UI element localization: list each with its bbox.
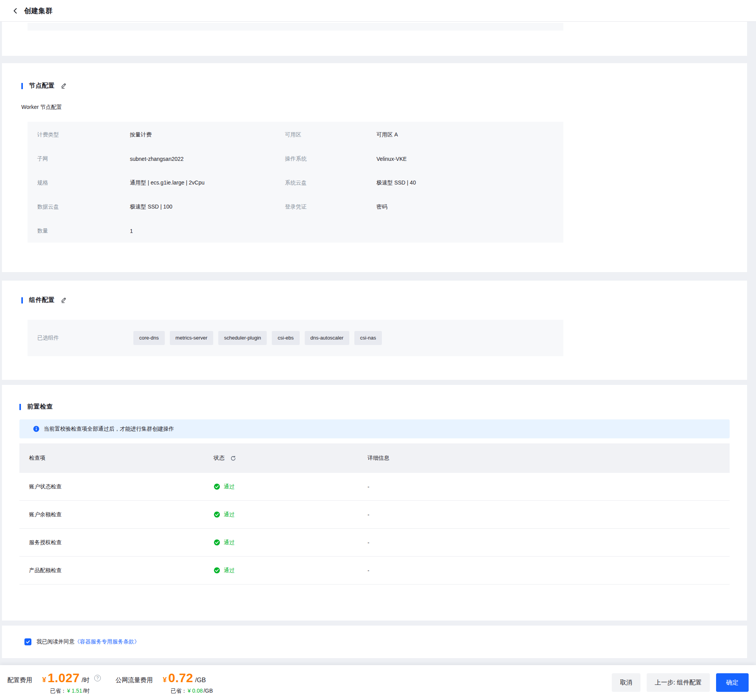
- agreement-text: 我已阅读并同意: [36, 638, 74, 645]
- column-detail: 详细信息: [368, 455, 730, 462]
- config-row: 数量 1: [37, 219, 563, 243]
- component-config-title-row: 组件配置: [21, 296, 728, 304]
- field-label: 计费类型: [37, 131, 130, 138]
- precheck-row: 服务授权检查 通过 -: [19, 529, 730, 557]
- check-status: 通过: [224, 539, 235, 546]
- footer-bar: 配置费用 ¥ 1.027 /时 ? 已省：¥ 1.51/时 公网流量费用 ¥ 0…: [0, 665, 756, 700]
- component-tags: core-dns metrics-server scheduler-plugin…: [133, 331, 382, 345]
- precheck-table: 检查项 状态 详细信息 账户状态检查 通过 -: [19, 443, 730, 584]
- field-label: 操作系统: [285, 155, 376, 162]
- field-label: 子网: [37, 155, 130, 162]
- footer-actions: 取消 上一步: 组件配置 确定: [612, 673, 749, 692]
- check-status: 通过: [224, 483, 235, 490]
- saved-amount: ¥ 0.08: [188, 688, 203, 694]
- field-value: 可用区 A: [376, 131, 563, 138]
- confirm-button[interactable]: 确定: [716, 673, 749, 692]
- check-detail: -: [368, 512, 730, 518]
- component-tag: core-dns: [133, 331, 165, 345]
- terms-link[interactable]: 《容器服务专用服务条款》: [74, 638, 140, 645]
- traffic-fee-label: 公网流量费用: [116, 676, 153, 684]
- check-item-name: 服务授权检查: [29, 539, 214, 546]
- page-title: 创建集群: [24, 6, 53, 16]
- check-detail: -: [368, 484, 730, 490]
- info-icon: [33, 426, 40, 432]
- config-fee-unit: /时: [82, 676, 90, 684]
- precheck-row: 产品配额检查 通过 -: [19, 557, 730, 584]
- page-header: 创建集群: [0, 0, 756, 22]
- saved-prefix: 已省：: [171, 688, 187, 694]
- refresh-icon[interactable]: [230, 455, 236, 461]
- card-previous-section-partial: [2, 22, 747, 56]
- back-icon[interactable]: [12, 7, 19, 15]
- precheck-title-row: 前置检查: [19, 403, 730, 411]
- checkmark-icon: [26, 640, 30, 644]
- config-row: 子网 subnet-zhangsan2022 操作系统 Velinux-VKE: [37, 147, 563, 171]
- field-value: subnet-zhangsan2022: [130, 156, 285, 162]
- section-accent-bar: [19, 404, 21, 410]
- worker-config-subtitle: Worker 节点配置: [21, 104, 728, 111]
- check-circle-icon: [214, 539, 220, 546]
- agreement-checkbox[interactable]: [24, 638, 31, 645]
- precheck-notice-banner: 当前置校验检查项全部通过后，才能进行集群创建操作: [19, 419, 730, 438]
- fee-summary: 配置费用 ¥ 1.027 /时 ? 已省：¥ 1.51/时 公网流量费用 ¥ 0…: [7, 671, 213, 695]
- saved-unit: /GB: [204, 688, 213, 694]
- field-label: 系统云盘: [285, 179, 376, 186]
- component-tag: scheduler-plugin: [218, 331, 267, 345]
- field-label: 登录凭证: [285, 203, 376, 210]
- check-circle-icon: [214, 567, 220, 574]
- field-value: 通用型 | ecs.g1ie.large | 2vCpu: [130, 179, 285, 186]
- check-item-name: 账户状态检查: [29, 483, 214, 490]
- saved-prefix: 已省：: [50, 688, 66, 694]
- section-accent-bar: [21, 297, 23, 303]
- traffic-fee-value: 0.72: [168, 671, 193, 685]
- config-fee-group: 配置费用 ¥ 1.027 /时 ? 已省：¥ 1.51/时: [7, 671, 101, 695]
- field-value: Velinux-VKE: [376, 156, 563, 162]
- clipped-summary-panel: [28, 23, 563, 31]
- field-label: 可用区: [285, 131, 376, 138]
- config-row: 计费类型 按量计费 可用区 可用区 A: [37, 123, 563, 147]
- card-precheck: 前置检查 当前置校验检查项全部通过后，才能进行集群创建操作 检查项 状态 详细信…: [2, 385, 747, 621]
- node-config-title-row: 节点配置: [21, 82, 728, 90]
- config-row: 数据云盘 极速型 SSD | 100 登录凭证 密码: [37, 195, 563, 219]
- traffic-fee-group: 公网流量费用 ¥ 0.72 /GB 已省：¥ 0.08/GB: [116, 671, 213, 695]
- column-status: 状态: [214, 455, 224, 462]
- prev-step-button[interactable]: 上一步: 组件配置: [647, 673, 710, 692]
- card-agreement: 我已阅读并同意 《容器服务专用服务条款》: [2, 626, 747, 658]
- check-circle-icon: [214, 483, 220, 490]
- component-tag: metrics-server: [170, 331, 213, 345]
- content-area: 节点配置 Worker 节点配置 计费类型 按量计费 可用区 可用区 A 子网 …: [2, 22, 747, 658]
- check-item-name: 产品配额检查: [29, 567, 214, 574]
- selected-components-panel: 已选组件 core-dns metrics-server scheduler-p…: [28, 320, 563, 356]
- traffic-fee-unit: /GB: [195, 677, 206, 684]
- config-fee-value: 1.027: [48, 671, 80, 685]
- component-tag: dns-autoscaler: [305, 331, 349, 345]
- saved-amount: ¥ 1.51: [67, 688, 82, 694]
- section-title-precheck: 前置检查: [27, 403, 53, 411]
- check-detail: -: [368, 540, 730, 546]
- config-row: 规格 通用型 | ecs.g1ie.large | 2vCpu 系统云盘 极速型…: [37, 171, 563, 195]
- field-value: 极速型 SSD | 100: [130, 203, 285, 210]
- column-item: 检查项: [29, 455, 214, 462]
- precheck-table-header: 检查项 状态 详细信息: [19, 443, 730, 473]
- worker-config-panel: 计费类型 按量计费 可用区 可用区 A 子网 subnet-zhangsan20…: [28, 122, 563, 243]
- field-label: 数量: [37, 228, 130, 234]
- config-fee-label: 配置费用: [7, 676, 32, 684]
- check-detail: -: [368, 567, 730, 574]
- config-fee-saved: 已省：¥ 1.51/时: [42, 688, 101, 695]
- card-node-config: 节点配置 Worker 节点配置 计费类型 按量计费 可用区 可用区 A 子网 …: [2, 63, 747, 272]
- card-component-config: 组件配置 已选组件 core-dns metrics-server schedu…: [2, 281, 747, 380]
- help-icon[interactable]: ?: [94, 675, 101, 681]
- edit-component-config-icon[interactable]: [60, 297, 67, 303]
- selected-components-label: 已选组件: [37, 334, 133, 341]
- section-title-node-config: 节点配置: [29, 82, 55, 90]
- check-status: 通过: [224, 567, 235, 574]
- currency-symbol: ¥: [163, 676, 167, 684]
- check-status: 通过: [224, 511, 235, 518]
- edit-node-config-icon[interactable]: [60, 83, 67, 89]
- field-label: 规格: [37, 179, 130, 186]
- field-label: 数据云盘: [37, 203, 130, 210]
- cancel-button[interactable]: 取消: [612, 673, 640, 692]
- currency-symbol: ¥: [42, 676, 46, 684]
- component-tag: csi-nas: [354, 331, 382, 345]
- traffic-fee-saved: 已省：¥ 0.08/GB: [163, 688, 213, 695]
